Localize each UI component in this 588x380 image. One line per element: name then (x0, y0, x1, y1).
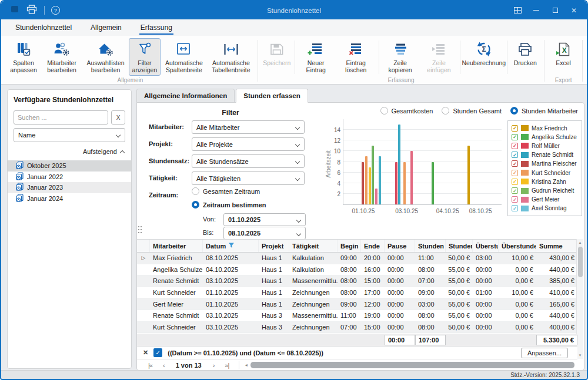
legend-checkbox[interactable]: ✓ (512, 143, 518, 149)
next-page-button[interactable]: › (208, 362, 220, 369)
anpassen-button[interactable]: Anpassen... (521, 348, 568, 358)
chart-bar-rolf-müller (395, 162, 397, 205)
sidebar-item-oktober-2025[interactable]: Oktober 2025 (8, 160, 131, 171)
last-page-button[interactable]: »| (219, 362, 234, 369)
layout-icon[interactable] (508, 2, 527, 18)
svg-text:X: X (562, 46, 567, 55)
first-page-button[interactable]: |« (143, 362, 158, 369)
ribbon-button-mitarbeiter-bearbeiten[interactable]: Mitarbeiter bearbeiten (41, 38, 82, 76)
excel-icon: X (554, 41, 572, 58)
table-row[interactable]: Angelika Schulze04.10.2025Haus 1Kalkulat… (137, 264, 577, 276)
column-header-summe-11[interactable]: Summe (536, 240, 577, 252)
legend-name: Max Friedrich (532, 125, 567, 132)
legend-name: Gert Meier (532, 196, 559, 203)
ribbon-button-neuberechnung[interactable]: ΣNeuberechnung (462, 38, 505, 68)
table-cell: 19:00 (361, 310, 385, 321)
column-header-pause-6[interactable]: Pause (385, 240, 415, 252)
table-row[interactable]: Kurt Schneider01.10.2025Haus 1Zeichnunge… (137, 287, 577, 299)
table-row[interactable]: Renate Schmidt03.10.2025Haus 3Massenermi… (137, 310, 577, 322)
radio-label: Stunden Gesamt (453, 107, 502, 115)
horizontal-scroll-thumb[interactable] (250, 362, 574, 368)
legend-checkbox[interactable]: ✓ (512, 152, 518, 158)
legend-checkbox[interactable]: ✓ (512, 205, 518, 211)
scroll-left-icon[interactable]: ◄ (244, 363, 248, 367)
ribbon-button-excel[interactable]: XExcel (547, 38, 579, 68)
tab-stunden-erfassen[interactable]: Stunden erfassen (236, 89, 308, 103)
vertical-scroll-thumb[interactable] (578, 247, 583, 277)
minimize-icon (533, 10, 539, 11)
radio-gesamten-zeitraum[interactable]: Gesamten Zeitraum (192, 187, 260, 195)
radio-stunden-mitarbeiter[interactable]: Stunden Mitarbeiter (510, 107, 578, 115)
von-date-select[interactable]: 01.10.2025 (223, 213, 306, 226)
ribbon-button-eintrag-löschen[interactable]: Eintrag löschen (335, 38, 377, 76)
sidebar-item-januar-2022[interactable]: Januar 2022 (8, 171, 131, 183)
ribbon-button-automatische-spaltenbreite[interactable]: Automatische Spaltenbreite (161, 38, 208, 76)
help-icon[interactable]: ? (51, 6, 60, 15)
prev-page-button[interactable]: ‹ (158, 362, 170, 369)
ribbon-button-auswahllisten-bearbeiten[interactable]: Auswahllisten bearbeiten (82, 38, 129, 76)
ribbon-button-drucken[interactable]: Drucken (509, 38, 541, 68)
sidebar-item-januar-2024[interactable]: Januar 2024 (8, 193, 131, 204)
ribbon-button-automatische-tabellenbreite[interactable]: Automatische Tabellenbreite (208, 38, 255, 76)
column-header-tätigkeit-3[interactable]: Tätigkeit (289, 240, 338, 252)
column-filter-icon[interactable] (228, 242, 235, 250)
table-cell: 03.10.2025 (203, 310, 259, 321)
scroll-down-icon[interactable]: ▼ (579, 352, 582, 359)
chevron-up-icon (120, 150, 125, 155)
legend-checkbox[interactable]: ✓ (512, 179, 518, 185)
menu-tab-stundenlohnzettel[interactable]: Stundenlohnzettel (14, 21, 73, 36)
von-date-value: 01.10.2025 (228, 216, 260, 223)
search-input[interactable] (14, 110, 108, 125)
filter-select-stundensatz[interactable]: Alle Stundensätze (192, 154, 305, 168)
sort-order-toggle[interactable]: Aufsteigend (14, 148, 124, 155)
column-header-begin-4[interactable]: Begin (338, 240, 361, 252)
filter-select-mitarbeiter[interactable]: Alle Mitarbeiter (192, 120, 305, 134)
close-button[interactable]: ✕ (564, 2, 583, 18)
filter-select-projekt[interactable]: Alle Projekte (192, 137, 305, 151)
legend-checkbox[interactable]: ✓ (512, 134, 518, 140)
tab-allgemeine-informationen[interactable]: Allgemeine Informationen (136, 89, 235, 103)
table-row[interactable]: Renate Schmidt03.10.2025Haus 1Massenermi… (137, 275, 577, 287)
column-header-stunden-8[interactable]: Stunden (446, 240, 473, 252)
scroll-up-icon[interactable]: ▲ (579, 239, 582, 246)
table-row[interactable]: Kurt Schneider03.10.2025Haus 3Zeichnunge… (137, 322, 577, 334)
column-header-projekt-2[interactable]: Projekt (259, 240, 289, 252)
column-header-überstu-9[interactable]: Überstu (473, 240, 499, 252)
menu-tab-erfassung[interactable]: Erfassung (139, 21, 173, 36)
radio-stunden-gesamt[interactable]: Stunden Gesamt (442, 107, 502, 115)
column-header-datum-1[interactable]: Datum (203, 240, 259, 252)
legend-checkbox[interactable]: ✓ (512, 170, 518, 176)
column-header-label: Begin (340, 243, 359, 250)
minimize-button[interactable] (527, 2, 546, 18)
remove-filter-icon[interactable]: ✕ (143, 349, 148, 357)
print-quick-icon[interactable] (26, 4, 38, 17)
ribbon-button-neuer-eintrag[interactable]: Neuer Eintrag (297, 38, 335, 76)
column-header-ende-5[interactable]: Ende (361, 240, 385, 252)
table-row[interactable]: ▷Max Friedrich08.10.2025Haus 1Kalkulatio… (137, 253, 577, 264)
column-header-mitarbeiter-0[interactable]: Mitarbeiter (150, 240, 203, 252)
menu-tab-allgemein[interactable]: Allgemein (89, 21, 123, 36)
y-axis-label: Arbeitszeit (325, 150, 332, 178)
filter-enabled-checkbox[interactable]: ✓ (153, 348, 162, 357)
table-cell: 20:00 (361, 253, 385, 264)
table-cell: Haus 1 (259, 298, 289, 310)
filter-select-tätigkeit[interactable]: Alle Tätigkeiten (192, 171, 305, 185)
bis-date-select[interactable]: 08.10.2025 (223, 227, 306, 240)
radio-gesamtkosten[interactable]: Gesamtkosten (380, 107, 433, 115)
ribbon-button-zeile-kopieren[interactable]: Zeile kopieren (381, 38, 420, 76)
legend-checkbox[interactable]: ✓ (512, 160, 518, 167)
legend-checkbox[interactable]: ✓ (512, 187, 518, 194)
ribbon-button-filter-anzeigen[interactable]: Filter anzeigen (129, 38, 161, 76)
column-header-stunden-7[interactable]: Stunden (415, 240, 446, 252)
sidebar-item-januar-2023[interactable]: Januar 2023 (8, 182, 131, 193)
table-row[interactable]: Gert Meier01.10.2025Haus 1Zeichnungen09:… (137, 298, 577, 310)
ribbon-button-spalten-anpassen[interactable]: Spalten anpassen (6, 38, 41, 76)
row-indicator (137, 264, 150, 275)
column-header-überstunde-10[interactable]: Überstunde (499, 240, 536, 252)
maximize-button[interactable] (546, 2, 564, 18)
radio-zeitraum-bestimmen[interactable]: Zeitraum bestimmen (192, 201, 266, 209)
legend-checkbox[interactable]: ✓ (512, 125, 518, 132)
legend-checkbox[interactable]: ✓ (512, 196, 518, 203)
sort-field-select[interactable]: Name (14, 128, 125, 142)
clear-search-button[interactable]: X (111, 110, 125, 125)
